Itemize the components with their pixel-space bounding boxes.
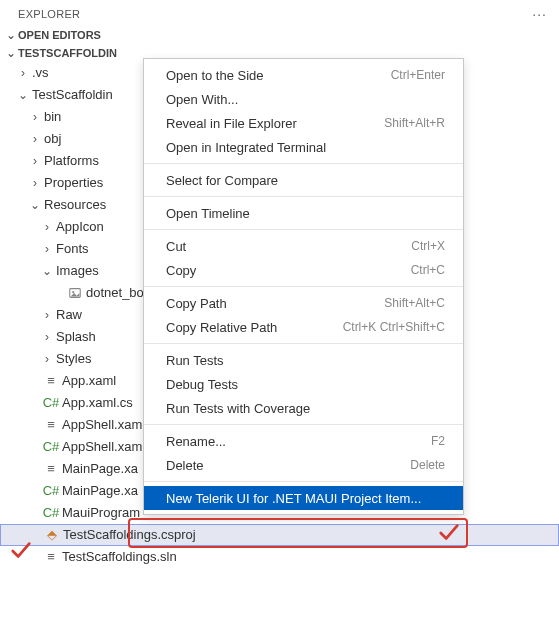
chevron-right-icon: › [40,326,54,348]
file-sln[interactable]: ≡TestScaffoldings.sln [0,546,559,568]
menu-open-with[interactable]: Open With... [144,87,463,111]
chevron-right-icon: › [40,238,54,260]
menu-reveal[interactable]: Reveal in File ExplorerShift+Alt+R [144,111,463,135]
menu-delete[interactable]: DeleteDelete [144,453,463,477]
menu-cut[interactable]: CutCtrl+X [144,234,463,258]
explorer-title: EXPLORER [18,8,80,20]
file-csproj[interactable]: ⬘TestScaffoldings.csproj [0,524,559,546]
chevron-down-icon: ⌄ [16,84,30,106]
csharp-icon: C# [42,436,60,458]
chevron-right-icon: › [28,150,42,172]
chevron-right-icon: › [40,304,54,326]
image-icon [66,286,84,300]
chevron-right-icon: › [28,128,42,150]
menu-copy-path[interactable]: Copy PathShift+Alt+C [144,291,463,315]
csharp-icon: C# [42,502,60,524]
menu-separator [144,286,463,287]
chevron-right-icon: › [40,216,54,238]
menu-timeline[interactable]: Open Timeline [144,201,463,225]
chevron-down-icon: ⌄ [4,46,18,60]
menu-separator [144,424,463,425]
xml-icon: ⬘ [43,524,61,546]
menu-separator [144,229,463,230]
menu-terminal[interactable]: Open in Integrated Terminal [144,135,463,159]
file-icon: ≡ [42,546,60,568]
file-icon: ≡ [42,414,60,436]
menu-debug-tests[interactable]: Debug Tests [144,372,463,396]
svg-point-1 [72,291,74,293]
menu-open-side[interactable]: Open to the SideCtrl+Enter [144,63,463,87]
menu-coverage[interactable]: Run Tests with Coverage [144,396,463,420]
menu-separator [144,481,463,482]
menu-compare[interactable]: Select for Compare [144,168,463,192]
chevron-right-icon: › [28,106,42,128]
menu-rename[interactable]: Rename...F2 [144,429,463,453]
chevron-down-icon: ⌄ [4,28,18,42]
menu-copy[interactable]: CopyCtrl+C [144,258,463,282]
project-label: TESTSCAFFOLDIN [18,47,117,59]
open-editors-section[interactable]: ⌄ OPEN EDITORS [0,26,559,44]
file-icon: ≡ [42,370,60,392]
chevron-right-icon: › [28,172,42,194]
menu-separator [144,343,463,344]
more-actions-icon[interactable]: ··· [532,6,547,22]
menu-copy-rel[interactable]: Copy Relative PathCtrl+K Ctrl+Shift+C [144,315,463,339]
chevron-down-icon: ⌄ [40,260,54,282]
chevron-right-icon: › [16,62,30,84]
menu-telerik-item[interactable]: New Telerik UI for .NET MAUI Project Ite… [144,486,463,510]
file-icon: ≡ [42,458,60,480]
chevron-right-icon: › [40,348,54,370]
menu-run-tests[interactable]: Run Tests [144,348,463,372]
menu-separator [144,163,463,164]
chevron-down-icon: ⌄ [28,194,42,216]
csharp-icon: C# [42,480,60,502]
menu-separator [144,196,463,197]
csharp-icon: C# [42,392,60,414]
context-menu: Open to the SideCtrl+Enter Open With... … [143,58,464,515]
open-editors-label: OPEN EDITORS [18,29,101,41]
